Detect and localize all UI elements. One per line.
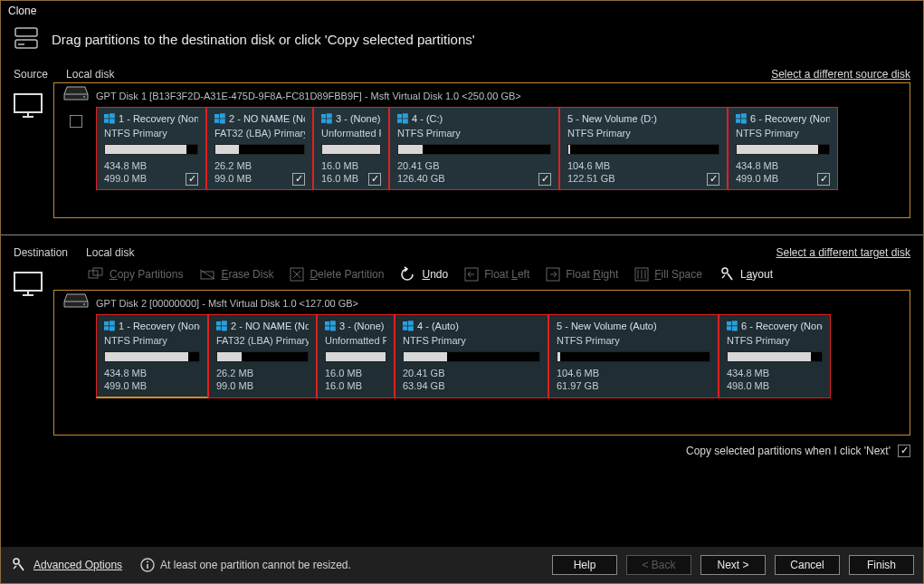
- advanced-options-link[interactable]: Advanced Options: [10, 557, 122, 573]
- svg-rect-3: [14, 94, 42, 112]
- partition[interactable]: 4 - (Auto)NTFS Primary20.41 GB63.94 GB: [395, 314, 548, 398]
- partition-checkbox[interactable]: [292, 173, 305, 186]
- source-disk-label: GPT Disk 1 [B13F3F2D-A31E-475D-9F8A-FC81…: [96, 91, 521, 101]
- svg-rect-48: [110, 321, 115, 325]
- partition-sizes: 26.2 MB99.0 MB: [214, 160, 252, 186]
- source-subheading: Local disk: [66, 68, 114, 81]
- source-label: Source: [14, 68, 48, 81]
- partition-sizes: 26.2 MB99.0 MB: [216, 368, 253, 393]
- svg-rect-21: [403, 113, 408, 118]
- windows-logo-icon: [216, 321, 227, 331]
- select-different-target-link[interactable]: Select a different target disk: [776, 246, 910, 259]
- partition-sizes: 104.6 MB61.97 GB: [557, 368, 599, 393]
- partition-title: 1 - Recovery (None): [119, 113, 198, 124]
- back-button: < Back: [626, 555, 691, 575]
- partition[interactable]: 1 - Recovery (None)NTFS Primary434.8 MB4…: [96, 314, 208, 398]
- finish-button[interactable]: Finish: [849, 555, 914, 575]
- info-icon: [140, 558, 155, 572]
- svg-rect-64: [732, 321, 738, 325]
- windows-logo-icon: [403, 321, 414, 331]
- float-right-button[interactable]: Float Right: [546, 267, 618, 282]
- next-button[interactable]: Next >: [700, 555, 766, 575]
- svg-rect-66: [732, 326, 738, 330]
- svg-rect-51: [216, 321, 221, 326]
- destination-label: Destination: [14, 246, 68, 259]
- windows-logo-icon: [214, 113, 225, 124]
- float-left-button[interactable]: Float Left: [464, 267, 529, 282]
- partition[interactable]: 6 - Recovery (None)NTFS Primary434.8 MB4…: [728, 107, 838, 190]
- svg-point-7: [83, 96, 85, 98]
- partition[interactable]: 5 - New Volume (Auto)NTFS Primary104.6 M…: [548, 314, 719, 398]
- help-button[interactable]: Help: [552, 555, 617, 575]
- partition[interactable]: 3 - (None)Unformatted Primary16.0 MB16.0…: [313, 107, 389, 190]
- usage-bar: [567, 144, 719, 155]
- footer-info: At least one partition cannot be resized…: [140, 558, 351, 572]
- partition-sizes: 434.8 MB499.0 MB: [104, 160, 147, 186]
- windows-logo-icon: [104, 321, 115, 331]
- partition-title: 2 - NO NAME (None): [229, 113, 305, 124]
- svg-rect-53: [216, 326, 221, 330]
- svg-rect-10: [104, 119, 109, 123]
- instruction-text: Drag partitions to the destination disk …: [52, 32, 475, 47]
- source-section-header: Source Local disk Select a different sou…: [1, 64, 923, 82]
- destination-subheading: Local disk: [86, 246, 134, 259]
- svg-rect-24: [736, 114, 740, 119]
- partition-sizes: 434.8 MB499.0 MB: [736, 160, 778, 186]
- destination-section-header: Destination Local disk Select a differen…: [1, 243, 923, 261]
- svg-rect-58: [330, 326, 336, 330]
- svg-rect-60: [408, 321, 414, 325]
- partition-checkbox[interactable]: [707, 173, 719, 186]
- copy-partitions-button[interactable]: Copy Partitions: [88, 267, 183, 282]
- layout-button[interactable]: Layout: [719, 266, 773, 282]
- delete-partition-button[interactable]: Delete Partition: [290, 267, 384, 282]
- header: Drag partitions to the destination disk …: [1, 21, 923, 64]
- partition-title: 2 - NO NAME (None): [231, 321, 309, 331]
- partition-checkbox[interactable]: [538, 173, 551, 186]
- partition-checkbox[interactable]: [186, 173, 198, 186]
- svg-rect-59: [403, 321, 407, 326]
- undo-button[interactable]: Undo: [400, 266, 448, 282]
- svg-point-70: [147, 561, 148, 563]
- drive-stack-icon: [14, 26, 41, 52]
- partition-sizes: 434.8 MB499.0 MB: [104, 368, 147, 393]
- partition[interactable]: 2 - NO NAME (None)FAT32 (LBA) Primary26.…: [206, 107, 313, 190]
- partition-sizes: 16.0 MB16.0 MB: [321, 160, 358, 186]
- partition-subtitle: NTFS Primary: [104, 335, 200, 346]
- partition-subtitle: NTFS Primary: [736, 128, 830, 139]
- partition-subtitle: Unformatted Primary: [325, 335, 386, 346]
- destination-partitions: 1 - Recovery (None)NTFS Primary434.8 MB4…: [96, 314, 900, 398]
- svg-rect-56: [330, 321, 336, 325]
- svg-rect-20: [397, 114, 402, 119]
- divider: [1, 235, 923, 235]
- partition-checkbox[interactable]: [368, 173, 381, 186]
- erase-disk-button[interactable]: Erase Disk: [199, 267, 273, 282]
- partition[interactable]: 2 - NO NAME (None)FAT32 (LBA) Primary26.…: [208, 314, 317, 398]
- partition-title: 6 - Recovery (None): [741, 321, 823, 331]
- partition-subtitle: NTFS Primary: [104, 128, 198, 139]
- windows-logo-icon: [321, 113, 332, 124]
- fill-space-button[interactable]: Fill Space: [634, 267, 702, 282]
- svg-rect-22: [397, 119, 402, 123]
- partition-title: 4 - (Auto): [417, 321, 459, 331]
- partition[interactable]: 4 - (C:)NTFS Primary20.41 GB126.40 GB: [389, 107, 559, 190]
- source-disk-checkbox[interactable]: [70, 115, 82, 128]
- cancel-button[interactable]: Cancel: [775, 555, 840, 575]
- svg-rect-19: [327, 119, 332, 123]
- partition-subtitle: NTFS Primary: [397, 128, 551, 139]
- hdd-icon: [63, 85, 89, 104]
- partition[interactable]: 6 - Recovery (None)NTFS Primary434.8 MB4…: [719, 314, 831, 398]
- partition[interactable]: 5 - New Volume (D:)NTFS Primary104.6 MB1…: [559, 107, 728, 190]
- source-disk-panel: GPT Disk 1 [B13F3F2D-A31E-475D-9F8A-FC81…: [53, 82, 910, 218]
- partition[interactable]: 3 - (None)Unformatted Primary16.0 MB16.0…: [317, 314, 395, 398]
- copy-on-next-checkbox[interactable]: [898, 445, 910, 457]
- svg-rect-15: [220, 119, 225, 123]
- select-different-source-link[interactable]: Select a different source disk: [771, 68, 910, 81]
- partition[interactable]: 1 - Recovery (None)NTFS Primary434.8 MB4…: [96, 107, 206, 190]
- monitor-icon: [14, 272, 43, 300]
- svg-rect-18: [321, 119, 326, 123]
- svg-rect-23: [403, 119, 408, 123]
- partition-title: 3 - (None): [339, 321, 385, 331]
- svg-rect-25: [741, 113, 747, 118]
- partition-title: 1 - Recovery (None): [119, 321, 200, 331]
- partition-checkbox[interactable]: [817, 173, 830, 186]
